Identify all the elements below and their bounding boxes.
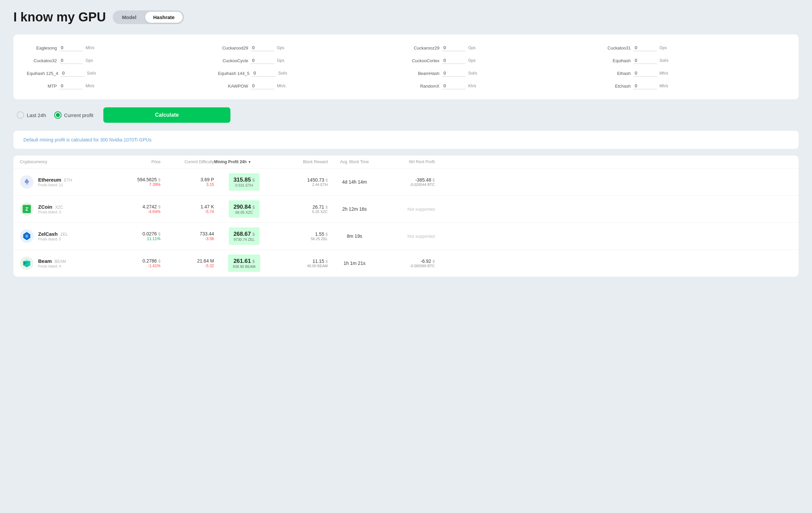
nh-sub: -0.020544 BTC xyxy=(381,182,435,187)
nh-main: -385.48 $ xyxy=(381,177,435,182)
diff-main: 733.44 xyxy=(161,231,214,236)
coin-icon-zcoin: Z xyxy=(20,202,33,216)
page-header: I know my GPU Model Hashrate xyxy=(13,10,799,24)
hashrate-unit: Sol/s xyxy=(468,71,477,76)
hashrate-unit: Gps xyxy=(277,46,284,50)
hashrate-input[interactable] xyxy=(442,45,466,51)
hashrate-unit: Gps xyxy=(468,58,475,63)
coin-name-group: Ethereum ETH Pools listed: 11 xyxy=(38,177,72,187)
hashrate-input[interactable] xyxy=(251,45,274,51)
hashrate-unit: Mh/s xyxy=(660,84,668,88)
pools-listed: Pools listed: 3 xyxy=(38,210,63,214)
pools-listed: Pools listed: 5 xyxy=(38,237,68,241)
block-sub: 2.44 ETH xyxy=(274,182,328,187)
profit-sub: 68.05 XZC xyxy=(233,210,255,215)
hashrate-input[interactable] xyxy=(442,57,466,64)
header-mining-profit[interactable]: Mining Profit 24h ▼ xyxy=(214,160,274,164)
hashrate-label: Cuckatoo32 xyxy=(27,58,57,63)
profit-sub: 9730.74 ZEL xyxy=(233,237,255,241)
radio-group: Last 24h Current profit xyxy=(17,111,93,119)
current-profit-option[interactable]: Current profit xyxy=(54,111,94,119)
coin-name-group: ZelCash ZEL Pools listed: 5 xyxy=(38,231,68,241)
block-sub: 56.25 ZEL xyxy=(274,237,328,241)
hashrate-unit: Gps xyxy=(277,58,284,63)
profit-main: 290.84 $ xyxy=(233,204,255,210)
hashrate-input[interactable] xyxy=(61,70,84,77)
block-reward-cell: 1450.73 $ 2.44 ETH xyxy=(274,177,328,187)
profit-cell: 290.84 $ 68.05 XZC xyxy=(229,200,260,218)
hashrate-label: Cuckarooz29 xyxy=(409,46,439,51)
nh-not-supported: Not supported xyxy=(381,207,435,212)
price-main: 4.2742 $ xyxy=(114,204,161,209)
hashrate-input[interactable] xyxy=(442,83,466,89)
header-price: Price xyxy=(114,160,161,164)
current-profit-label: Current profit xyxy=(64,112,94,118)
last24h-radio[interactable] xyxy=(17,111,24,119)
calculate-button[interactable]: Calculate xyxy=(103,107,230,123)
diff-change: -5.32 xyxy=(161,263,214,268)
model-toggle-btn[interactable]: Model xyxy=(114,12,144,23)
hashrate-unit: Mh/s xyxy=(86,84,94,88)
diff-change: -5.74 xyxy=(161,209,214,214)
hashrate-input[interactable] xyxy=(633,57,657,64)
pools-listed: Pools listed: 11 xyxy=(38,183,72,187)
site-title: I know my GPU xyxy=(13,10,106,24)
table-row: Ethereum ETH Pools listed: 11 594.5625 $… xyxy=(13,169,799,196)
block-reward-cell: 11.15 $ 40.00 BEAM xyxy=(274,258,328,268)
coin-icon-beam xyxy=(20,256,33,270)
price-change: -4.64% xyxy=(114,209,161,214)
hashrate-label: CuckooCortex xyxy=(409,58,439,63)
coin-name: ZelCash ZEL xyxy=(38,231,68,237)
header-block-reward: Block Reward xyxy=(274,160,328,164)
diff-main: 3.69 P xyxy=(161,177,214,182)
hashrate-label: Cuckatoo31 xyxy=(601,46,631,51)
hashrate-row: Equihash Sol/s xyxy=(601,57,785,64)
block-sub: 6.25 XZC xyxy=(274,210,328,214)
hashrate-unit: Gps xyxy=(468,46,475,50)
price-main: 0.2786 $ xyxy=(114,258,161,263)
profit-cell: 261.61 $ 938.90 BEAM xyxy=(228,255,260,272)
hashrate-input[interactable] xyxy=(633,70,657,77)
info-banner: Default mining profit is calculated for … xyxy=(13,131,799,149)
coin-cell: ZelCash ZEL Pools listed: 5 xyxy=(20,229,114,243)
hashrate-row: Equihash 125_4 Sol/s xyxy=(27,70,211,77)
header-difficulty: Current Difficulty xyxy=(161,160,214,164)
last24h-option[interactable]: Last 24h xyxy=(17,111,46,119)
last24h-label: Last 24h xyxy=(27,112,46,118)
difficulty-cell: 21.64 M -5.32 xyxy=(161,258,214,268)
diff-change: -3.56 xyxy=(161,236,214,241)
hashrate-toggle-btn[interactable]: Hashrate xyxy=(145,12,183,23)
hashrate-row: CuckooCycle Gps xyxy=(218,57,403,64)
profit-cell-wrapper: 268.67 $ 9730.74 ZEL xyxy=(214,227,274,245)
table-row: Z ZCoin XZC Pools listed: 3 4.2742 $ -4.… xyxy=(13,196,799,223)
hashrate-input[interactable] xyxy=(252,70,276,77)
hashrate-input[interactable] xyxy=(251,57,274,64)
table-body: Ethereum ETH Pools listed: 11 594.5625 $… xyxy=(13,169,799,277)
coin-name-group: Beam BEAM Pools listed: 4 xyxy=(38,258,66,268)
price-change: 11.11% xyxy=(114,236,161,241)
hashrate-input[interactable] xyxy=(60,57,83,64)
svg-text:Z: Z xyxy=(25,206,28,212)
hashrate-input[interactable] xyxy=(442,70,466,77)
hashrate-row: KAWPOW Mh/s xyxy=(218,83,403,89)
hashrate-input[interactable] xyxy=(633,83,657,89)
coin-icon-eth xyxy=(20,175,33,189)
nh-main: -6.92 $ xyxy=(381,258,435,264)
difficulty-cell: 733.44 -3.56 xyxy=(161,231,214,241)
results-table: Cryptocurrency Price Current Difficulty … xyxy=(13,155,799,277)
block-time-cell: 2h 12m 16s xyxy=(328,206,381,212)
header-nh-rent: NH Rent Profit xyxy=(381,160,435,164)
hashrate-input[interactable] xyxy=(60,45,83,51)
hashrate-label: Ethash xyxy=(601,71,631,76)
nh-sub: -0.000369 BTC xyxy=(381,264,435,268)
hashrate-input[interactable] xyxy=(251,83,274,89)
hashrate-unit: Mh/s xyxy=(660,71,668,76)
coin-name: Beam BEAM xyxy=(38,258,66,264)
nh-cell: -6.92 $ -0.000369 BTC xyxy=(381,258,435,268)
current-profit-radio[interactable] xyxy=(54,111,61,119)
info-banner-text: Default mining profit is calculated for … xyxy=(23,137,151,142)
hashrate-grid: Eaglesong Mh/s Cuckarood29 Gps Cuckarooz… xyxy=(27,45,785,89)
hashrate-input[interactable] xyxy=(60,83,83,89)
hashrate-input[interactable] xyxy=(633,45,657,51)
profit-main: 261.61 $ xyxy=(233,258,256,264)
